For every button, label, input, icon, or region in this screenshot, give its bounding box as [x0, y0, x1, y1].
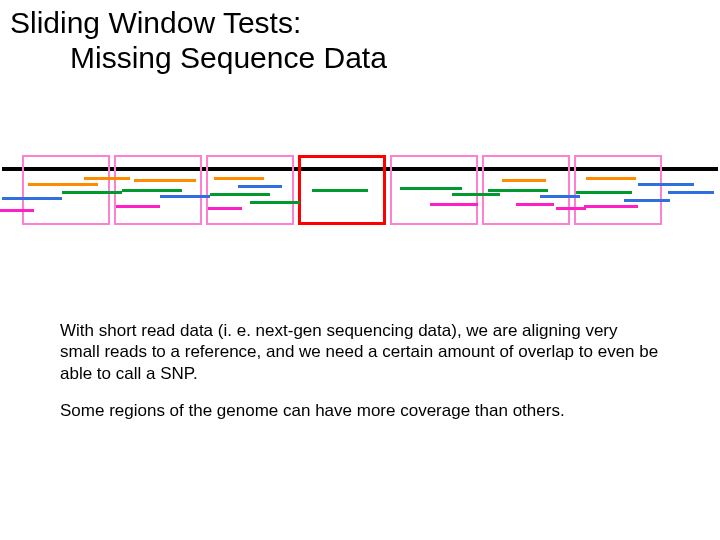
read-segment	[624, 199, 670, 202]
read-segment	[502, 179, 546, 182]
read-segment	[556, 207, 586, 210]
slide-title: Sliding Window Tests: Missing Sequence D…	[10, 6, 387, 75]
read-segment	[668, 191, 714, 194]
paragraph-2: Some regions of the genome can have more…	[60, 400, 660, 421]
read-segment	[160, 195, 210, 198]
window	[574, 155, 662, 225]
read-segment	[0, 209, 34, 212]
read-segment	[638, 183, 694, 186]
title-line-1: Sliding Window Tests:	[10, 6, 387, 41]
read-segment	[430, 203, 478, 206]
read-segment	[540, 195, 580, 198]
window	[390, 155, 478, 225]
read-segment	[62, 191, 122, 194]
read-segment	[516, 203, 554, 206]
read-segment	[312, 189, 368, 192]
read-segment	[576, 191, 632, 194]
title-line-2: Missing Sequence Data	[10, 41, 387, 76]
read-segment	[452, 193, 500, 196]
read-segment	[586, 177, 636, 180]
read-segment	[214, 177, 264, 180]
read-segment	[210, 193, 270, 196]
read-segment	[584, 205, 638, 208]
paragraph-1: With short read data (i. e. next-gen seq…	[60, 320, 660, 384]
read-segment	[250, 201, 300, 204]
read-segment	[28, 183, 98, 186]
read-segment	[2, 197, 62, 200]
read-segment	[122, 189, 182, 192]
window	[206, 155, 294, 225]
read-segment	[134, 179, 196, 182]
read-segment	[488, 189, 548, 192]
read-segment	[208, 207, 242, 210]
window	[22, 155, 110, 225]
read-segment	[400, 187, 462, 190]
sliding-window-diagram	[0, 155, 720, 245]
read-segment	[84, 177, 130, 180]
read-segment	[116, 205, 160, 208]
read-segment	[238, 185, 282, 188]
